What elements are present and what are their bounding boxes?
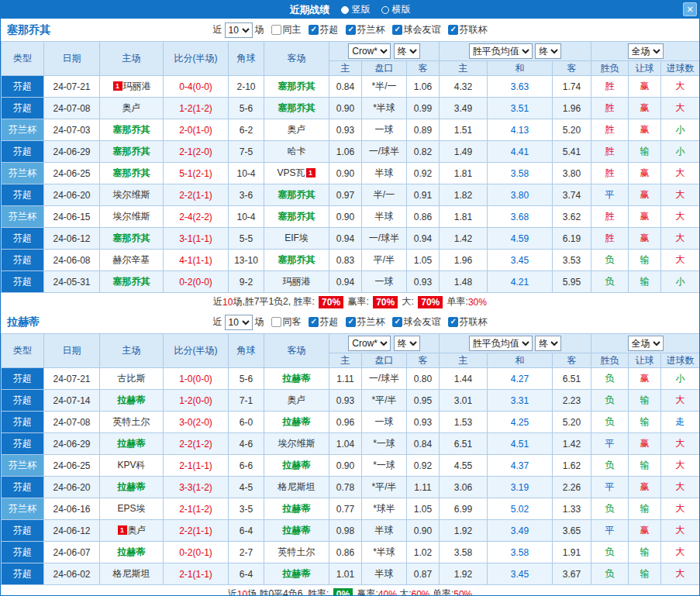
match-row: 芬超24-07-14拉赫蒂1-2(0-0)7-1奥卢0.93*平/半0.953.… (2, 390, 700, 412)
team-name: 塞那乔其 (7, 23, 50, 37)
away-team-section: 拉赫蒂 近 10 场 同客 芬超 芬兰杯 球 (1, 311, 699, 596)
team-name-text: 玛丽港 (283, 276, 311, 287)
league-cell: 芬超 (2, 390, 44, 412)
col-date: 日期 (44, 334, 100, 368)
away-team-cell: 哈卡 (264, 141, 329, 163)
col-corner: 角球 (229, 42, 264, 76)
home-team-cell: 塞那乔其 (100, 141, 164, 163)
home-team-cell: 英特土尔 (100, 412, 164, 433)
summary-segment: 近 (228, 587, 237, 596)
odds-company-header: Crow* 终 (329, 42, 440, 61)
date-cell: 24-06-20 (44, 477, 100, 498)
league-filter-finland-league-cup[interactable]: 芬联杯 (448, 315, 488, 329)
odds-company-select[interactable]: Crow* (348, 336, 391, 351)
rate-badge: 70% (373, 296, 398, 308)
team-name-text: 拉赫蒂 (118, 481, 146, 492)
avg-home-cell: 6.51 (440, 433, 488, 455)
league-filter-label: 球会友谊 (404, 315, 441, 329)
team-name-text: 奥卢 (288, 394, 306, 405)
corner-cell: 6-6 (229, 455, 264, 477)
goals-result-cell: 大 (661, 520, 700, 542)
away-odds-cell: 0.89 (407, 119, 440, 141)
avg-draw-cell: 3.80 (488, 184, 553, 206)
team-name-text: 塞那乔其 (278, 81, 316, 91)
horizontal-option-label: 横版 (392, 3, 411, 16)
corner-cell: 4-5 (229, 477, 264, 498)
odds-stage-select[interactable]: 终 (394, 43, 420, 59)
home-team-cell: 埃尔维斯 (100, 206, 164, 228)
layout-horizontal-option[interactable]: 横版 (381, 3, 411, 16)
goals-result-cell: 大 (661, 184, 700, 206)
away-team-cell: 拉赫蒂 (264, 498, 329, 520)
avg-away-cell: 1.91 (553, 542, 591, 563)
league-filter-finland-super[interactable]: 芬超 (309, 23, 339, 36)
avg-home-cell: 1.81 (440, 163, 488, 184)
league-filter-finland-cup[interactable]: 芬兰杯 (346, 23, 385, 36)
team-name-text: 塞那乔其 (113, 124, 150, 135)
home-odds-cell: 0.90 (329, 98, 362, 119)
score-cell: 2-2(1-2) (164, 433, 229, 455)
goals-result-cell: 大 (661, 498, 700, 520)
home-odds-cell: 0.78 (329, 477, 362, 498)
league-filter-finland-cup[interactable]: 芬兰杯 (346, 315, 385, 329)
handicap-cell: 半球 (362, 206, 407, 228)
venue-filter-checkbox[interactable]: 同客 (271, 315, 302, 329)
team-name-text: 塞那乔其 (278, 189, 316, 200)
home-team-cell: 拉赫蒂 (100, 390, 164, 412)
team-name-text: 拉赫蒂 (283, 373, 311, 384)
avg-type-select[interactable]: 胜平负均值 (469, 43, 533, 59)
league-filter-finland-super[interactable]: 芬超 (309, 315, 339, 329)
handicap-cell: 半球 (362, 163, 407, 184)
handicap-cell: *平/半 (362, 390, 407, 412)
avg-home-cell: 3.01 (440, 390, 488, 412)
home-team-cell: KPV科 (100, 455, 164, 477)
score-cell: 1-2(1-2) (164, 98, 229, 119)
avg-away-cell: 5.41 (553, 141, 591, 163)
scope-select[interactable]: 全场 (628, 43, 664, 59)
avg-away-cell: 5.20 (553, 412, 591, 433)
col-avg-home: 主 (440, 353, 488, 368)
scope-select[interactable]: 全场 (628, 336, 664, 351)
league-cell: 芬超 (2, 412, 44, 433)
avg-draw-cell: 4.25 (488, 412, 553, 433)
league-cell: 芬超 (2, 141, 44, 163)
avg-stage-select[interactable]: 终 (535, 43, 561, 59)
venue-filter-checkbox[interactable]: 同主 (271, 23, 302, 36)
avg-draw-cell: 4.51 (488, 433, 553, 455)
home-odds-cell: 0.96 (329, 412, 362, 433)
near-label: 近 (213, 23, 222, 36)
goals-result-cell: 小 (661, 119, 700, 141)
date-cell: 24-06-12 (44, 228, 100, 250)
away-team-cell: 奥卢 (264, 390, 329, 412)
goals-result-cell: 大 (661, 98, 700, 119)
league-cell: 芬超 (2, 271, 44, 293)
avg-home-cell: 3.58 (440, 542, 488, 563)
handicap-result-cell: 赢 (629, 368, 661, 390)
handicap-cell: *半球 (362, 542, 407, 563)
odds-company-select[interactable]: Crow* (348, 43, 391, 59)
odds-stage-select[interactable]: 终 (394, 336, 420, 351)
date-cell: 24-06-29 (44, 433, 100, 455)
recent-count-select[interactable]: 10 (225, 22, 253, 38)
rate-badge: 0% (333, 588, 353, 596)
goals-result-cell: 大 (661, 206, 700, 228)
avg-stage-select[interactable]: 终 (535, 336, 561, 351)
avg-away-cell: 5.95 (553, 271, 591, 293)
venue-filter-label: 同主 (283, 23, 302, 36)
layout-vertical-option[interactable]: 竖版 (341, 3, 371, 16)
league-filter-finland-league-cup[interactable]: 芬联杯 (448, 23, 488, 36)
avg-type-select[interactable]: 胜平负均值 (469, 336, 533, 351)
away-odds-cell: 0.93 (407, 412, 440, 433)
home-team-cell: 拉赫蒂 (100, 542, 164, 563)
close-button[interactable]: ✕ (683, 2, 697, 16)
avg-home-cell: 4.32 (440, 76, 488, 98)
league-filter-friendly[interactable]: 球会友谊 (392, 315, 441, 329)
league-filter-friendly[interactable]: 球会友谊 (392, 23, 441, 36)
corner-cell: 5-5 (229, 228, 264, 250)
recent-count-select[interactable]: 10 (225, 315, 253, 330)
score-cell: 3-3(1-2) (164, 477, 229, 498)
avg-draw-cell: 4.41 (488, 141, 553, 163)
score-cell: 2-1(2-0) (164, 141, 229, 163)
col-odds-away: 客 (407, 61, 440, 76)
corner-cell: 2-10 (229, 76, 264, 98)
